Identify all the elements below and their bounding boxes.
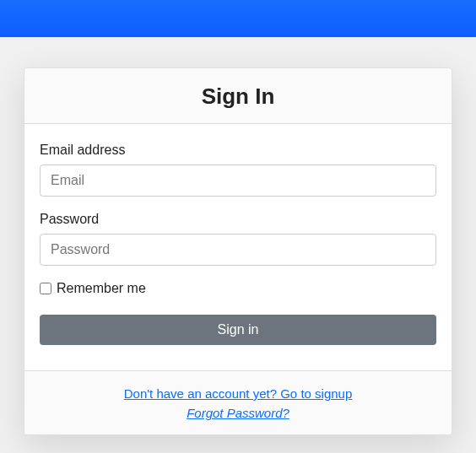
email-label: Email address (40, 143, 436, 158)
email-field[interactable] (40, 164, 436, 197)
card-footer: Don't have an account yet? Go to signup … (24, 370, 452, 434)
remember-me-label: Remember me (57, 281, 146, 296)
page-title: Sign In (24, 84, 452, 110)
signin-button[interactable]: Sign in (40, 315, 436, 345)
card-header: Sign In (24, 68, 452, 124)
signup-link[interactable]: Don't have an account yet? Go to signup (24, 385, 452, 404)
signin-card: Sign In Email address Password Remember … (24, 67, 452, 435)
password-group: Password (40, 212, 436, 266)
top-banner (0, 0, 476, 37)
remember-me-checkbox[interactable] (40, 283, 51, 294)
password-label: Password (40, 212, 436, 227)
remember-me-row: Remember me (40, 281, 436, 296)
password-field[interactable] (40, 234, 436, 266)
forgot-password-link[interactable]: Forgot Password? (24, 404, 452, 423)
email-group: Email address (40, 143, 436, 197)
card-body: Email address Password Remember me Sign … (24, 124, 452, 370)
